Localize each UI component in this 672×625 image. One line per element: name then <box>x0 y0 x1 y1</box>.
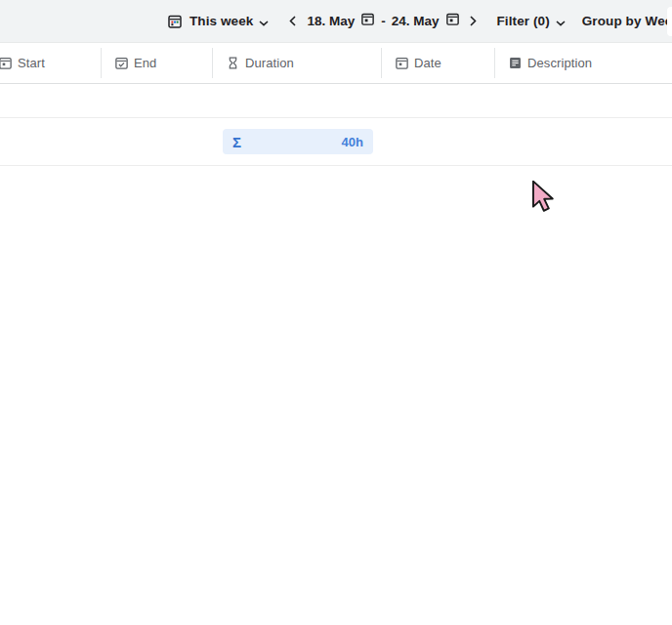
range-end-date[interactable]: 24. May <box>392 14 440 28</box>
column-header-duration[interactable]: Duration <box>212 43 381 83</box>
filter-dropdown[interactable]: Filter (0) <box>497 13 566 30</box>
column-header-date[interactable]: Date <box>381 43 494 83</box>
column-divider <box>101 48 102 78</box>
column-label: Start <box>18 56 45 70</box>
document-icon <box>508 56 523 70</box>
column-divider <box>381 48 382 78</box>
sigma-icon: Σ <box>232 135 241 149</box>
prev-week-button[interactable] <box>285 9 300 34</box>
week-preset-dropdown[interactable]: This week <box>167 13 269 30</box>
toolbar: This week 18. May - 24. May <box>0 0 672 43</box>
week-preset-label: This week <box>189 14 253 28</box>
chevron-down-icon <box>259 13 269 30</box>
column-label: Description <box>527 56 592 70</box>
column-label: Duration <box>245 56 294 70</box>
calendar-dot-icon <box>0 56 13 70</box>
group-by-prefix: Group by <box>582 14 642 28</box>
range-start-date[interactable]: 18. May <box>307 14 355 28</box>
column-header-start[interactable]: Start <box>0 43 101 83</box>
calendar-picker-icon <box>445 12 460 30</box>
filter-label: Filter (0) <box>497 14 550 28</box>
calendar-events-icon <box>167 14 183 29</box>
chevron-left-icon <box>289 13 296 30</box>
column-divider <box>494 48 495 78</box>
calendar-check-icon <box>114 56 129 70</box>
end-date-picker-button[interactable] <box>445 12 460 30</box>
chevron-down-icon <box>556 13 566 30</box>
week-summary-row: Σ 40h <box>0 118 672 166</box>
empty-group-row <box>0 84 672 118</box>
calendar-dot-icon <box>395 56 409 70</box>
cut-off-button[interactable] <box>667 7 672 36</box>
column-header-description[interactable]: Description <box>494 43 672 83</box>
date-range-bar: 18. May - 24. May <box>285 9 480 34</box>
range-separator: - <box>381 14 386 28</box>
hourglass-icon <box>226 56 240 70</box>
start-date-picker-button[interactable] <box>360 12 375 30</box>
column-header-end[interactable]: End <box>101 43 212 83</box>
mouse-cursor <box>531 180 555 216</box>
total-duration-value: 40h <box>342 135 363 149</box>
group-by-dropdown[interactable]: Group by Week <box>582 13 672 30</box>
column-divider <box>212 48 213 78</box>
next-week-button[interactable] <box>466 9 481 34</box>
calendar-picker-icon <box>360 12 375 30</box>
column-label: End <box>134 56 156 70</box>
table-header: Start End Duration <box>0 43 672 84</box>
chevron-right-icon <box>470 13 477 30</box>
duration-total-pill: Σ 40h <box>223 129 373 154</box>
column-label: Date <box>414 56 441 70</box>
